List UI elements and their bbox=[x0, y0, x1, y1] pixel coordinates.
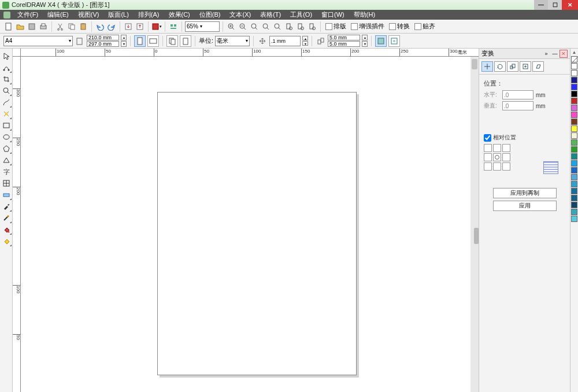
freehand-tool[interactable] bbox=[1, 97, 12, 108]
color-swatch[interactable] bbox=[571, 139, 577, 146]
apply-button[interactable]: 应用 bbox=[493, 201, 557, 211]
color-swatch[interactable] bbox=[571, 216, 577, 222]
cut-button[interactable] bbox=[55, 21, 65, 32]
redo-button[interactable] bbox=[106, 21, 117, 32]
color-swatch[interactable] bbox=[571, 84, 577, 90]
zoom-height-icon[interactable] bbox=[307, 21, 317, 32]
color-swatch[interactable] bbox=[571, 132, 577, 139]
zoom-all-icon[interactable] bbox=[272, 21, 283, 32]
zoom-width-icon[interactable] bbox=[295, 21, 306, 32]
color-swatch[interactable] bbox=[571, 91, 577, 97]
menu-table[interactable]: 表格(T) bbox=[255, 10, 286, 19]
menu-window[interactable]: 窗口(W) bbox=[317, 10, 349, 19]
spinner-up[interactable]: ▴ bbox=[302, 36, 308, 40]
zoom-out-icon[interactable] bbox=[238, 21, 248, 32]
horizontal-ruler[interactable]: 100 50 0 50 100 150 200 250 300 毫米 bbox=[21, 49, 479, 57]
units-combo[interactable]: 毫米▾ bbox=[215, 36, 250, 46]
dup-x-input[interactable]: 5.0 mm bbox=[328, 35, 360, 40]
shape-tool[interactable] bbox=[1, 62, 12, 73]
size-tab[interactable] bbox=[520, 61, 531, 72]
color-swatch[interactable] bbox=[571, 209, 577, 215]
menu-view[interactable]: 视图(V) bbox=[73, 10, 104, 19]
color-swatch[interactable] bbox=[571, 63, 577, 69]
color-swatch[interactable] bbox=[571, 98, 577, 104]
relative-checkbox[interactable] bbox=[484, 134, 491, 142]
welcome-button[interactable] bbox=[168, 21, 179, 32]
anchor-tc[interactable] bbox=[493, 144, 501, 152]
color-swatch[interactable] bbox=[571, 146, 577, 153]
new-button[interactable] bbox=[3, 21, 14, 32]
layout-button[interactable]: 排版 bbox=[324, 22, 348, 31]
smart-fill-tool[interactable] bbox=[1, 109, 12, 119]
table-tool[interactable] bbox=[1, 178, 12, 188]
navigator-handle[interactable] bbox=[474, 228, 479, 244]
spinner-down[interactable]: ▾ bbox=[302, 41, 308, 46]
spinner-down[interactable]: ▾ bbox=[362, 41, 368, 47]
spinner-down[interactable]: ▾ bbox=[121, 41, 127, 47]
apply-current-page-button[interactable] bbox=[180, 35, 191, 47]
palette-up-arrow[interactable]: ▲ bbox=[572, 50, 577, 56]
color-swatch[interactable] bbox=[571, 188, 577, 194]
treat-as-filled-button[interactable] bbox=[375, 35, 387, 47]
apply-all-pages-button[interactable] bbox=[166, 35, 178, 47]
paper-width-input[interactable]: 210.0 mm bbox=[87, 35, 119, 40]
anchor-ml[interactable] bbox=[484, 153, 492, 161]
docker-collapse-button[interactable]: » bbox=[542, 50, 550, 58]
snap-button[interactable]: 贴齐 bbox=[413, 22, 437, 31]
polygon-tool[interactable] bbox=[1, 143, 12, 154]
ruler-origin[interactable] bbox=[13, 49, 21, 57]
zoom-selection-icon[interactable] bbox=[261, 21, 271, 32]
print-button[interactable] bbox=[38, 21, 49, 32]
docker-min-button[interactable]: — bbox=[551, 50, 559, 58]
portrait-button[interactable] bbox=[134, 35, 146, 47]
canvas-area[interactable]: 100 50 0 50 100 150 200 250 300 毫米 300 2… bbox=[13, 49, 479, 392]
app-launcher-button[interactable]: ▾ bbox=[151, 21, 162, 32]
close-button[interactable]: ✕ bbox=[562, 0, 578, 10]
landscape-button[interactable] bbox=[147, 35, 159, 47]
anchor-bc[interactable] bbox=[493, 162, 501, 171]
skew-tab[interactable] bbox=[532, 61, 544, 72]
anchor-mr[interactable] bbox=[502, 153, 510, 161]
zoom-in-icon[interactable] bbox=[226, 21, 236, 32]
menu-bitmap[interactable]: 位图(B) bbox=[195, 10, 225, 19]
horizontal-input[interactable] bbox=[502, 90, 533, 99]
color-swatch[interactable] bbox=[571, 202, 577, 208]
zoom-combo[interactable]: 65%▾ bbox=[185, 21, 220, 32]
crop-tool[interactable] bbox=[1, 74, 12, 84]
anchor-tl[interactable] bbox=[484, 144, 492, 152]
eyedropper-tool[interactable] bbox=[1, 201, 12, 212]
paper-height-input[interactable]: 297.0 mm bbox=[87, 41, 119, 47]
anchor-br[interactable] bbox=[502, 162, 510, 171]
zoom-100-icon[interactable] bbox=[249, 21, 260, 32]
color-swatch[interactable] bbox=[571, 112, 577, 118]
interactive-tool[interactable] bbox=[1, 190, 12, 200]
snap-to-button[interactable] bbox=[388, 35, 400, 47]
no-color-swatch[interactable] bbox=[571, 56, 577, 62]
menu-effects[interactable]: 效果(C) bbox=[164, 10, 195, 19]
menu-layout[interactable]: 版面(L) bbox=[103, 10, 133, 19]
undo-button[interactable] bbox=[95, 21, 105, 32]
color-swatch[interactable] bbox=[571, 160, 577, 167]
rectangle-tool[interactable] bbox=[1, 120, 12, 131]
scale-tab[interactable] bbox=[507, 61, 518, 72]
color-swatch[interactable] bbox=[571, 70, 577, 76]
spinner-up[interactable]: ▴ bbox=[121, 35, 127, 40]
minimize-button[interactable]: — bbox=[534, 0, 548, 10]
outline-tool[interactable] bbox=[1, 213, 12, 223]
relative-position-check[interactable]: 相对位置 bbox=[484, 134, 565, 142]
fill-tool[interactable] bbox=[1, 224, 12, 235]
rotate-tab[interactable] bbox=[494, 61, 506, 72]
enhance-plugin-button[interactable]: 增强插件 bbox=[349, 22, 386, 31]
zoom-page-icon[interactable] bbox=[284, 21, 294, 32]
anchor-tr[interactable] bbox=[502, 144, 510, 152]
ellipse-tool[interactable] bbox=[1, 132, 12, 142]
color-swatch[interactable] bbox=[571, 153, 577, 160]
menu-help[interactable]: 帮助(H) bbox=[349, 10, 380, 19]
menu-file[interactable]: 文件(F) bbox=[13, 10, 43, 19]
color-swatch[interactable] bbox=[571, 174, 577, 180]
import-button[interactable] bbox=[123, 21, 134, 32]
color-swatch[interactable] bbox=[571, 125, 577, 132]
interactive-fill-tool[interactable] bbox=[1, 236, 12, 246]
maximize-button[interactable]: ☐ bbox=[548, 0, 562, 10]
color-swatch[interactable] bbox=[571, 105, 577, 111]
